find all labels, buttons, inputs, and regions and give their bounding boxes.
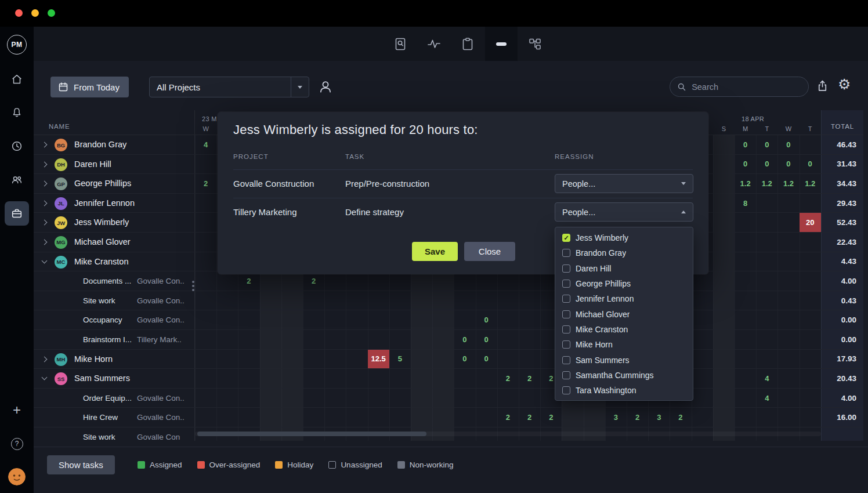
sidebar-item-help[interactable]: ? xyxy=(5,432,29,456)
allocation-cell[interactable]: 1.2 xyxy=(735,174,756,193)
chevron-right-icon[interactable] xyxy=(42,142,48,148)
chevron-down-icon[interactable] xyxy=(42,375,48,380)
dropdown-option[interactable]: Daren Hill xyxy=(555,261,693,276)
dropdown-option[interactable]: Jennifer Lennon xyxy=(555,291,693,306)
allocation-cell[interactable]: 8 xyxy=(735,194,756,213)
chevron-right-icon[interactable] xyxy=(42,181,48,187)
checkbox-icon[interactable] xyxy=(562,340,570,349)
nav-notes[interactable] xyxy=(451,27,484,61)
dropdown-option[interactable]: ✓Jess Wimberly xyxy=(555,230,693,245)
checkbox-icon[interactable] xyxy=(562,249,570,257)
checkbox-icon[interactable] xyxy=(562,386,570,394)
checkbox-icon[interactable] xyxy=(562,295,570,303)
reassign-select-2[interactable]: People... xyxy=(555,202,693,222)
dropdown-option[interactable]: Michael Glover xyxy=(555,306,693,321)
allocation-cell[interactable]: 0 xyxy=(756,155,777,174)
dropdown-option[interactable]: Sam Summers xyxy=(555,352,693,367)
export-button[interactable] xyxy=(816,79,829,92)
chevron-right-icon[interactable] xyxy=(42,161,48,167)
allocation-cell[interactable]: 0 xyxy=(800,155,821,174)
close-button[interactable] xyxy=(15,9,23,17)
scrollbar-thumb[interactable] xyxy=(197,432,426,436)
sidebar-item-projects[interactable] xyxy=(5,201,29,226)
allocation-cell[interactable]: 0 xyxy=(454,330,475,349)
sidebar-item-home[interactable] xyxy=(5,67,29,92)
row-name-cell[interactable]: Order Equip...Govalle Con.. xyxy=(34,389,195,408)
app-logo[interactable]: PM xyxy=(7,35,27,55)
dropdown-option[interactable]: George Phillips xyxy=(555,276,693,291)
checkbox-icon[interactable] xyxy=(562,264,570,273)
checkbox-icon[interactable] xyxy=(562,356,570,364)
row-name-cell[interactable]: JLJennifer Lennon xyxy=(34,194,195,213)
allocation-cell[interactable]: 2 xyxy=(238,271,259,291)
row-name-cell[interactable]: Hire CrewGovalle Con.. xyxy=(34,408,195,427)
allocation-cell[interactable]: 5 xyxy=(389,350,411,369)
sidebar-item-add[interactable]: + xyxy=(5,398,29,422)
allocation-cell[interactable]: 2 xyxy=(195,174,216,193)
allocation-cell[interactable]: 1.2 xyxy=(800,174,821,193)
reassign-select-1[interactable]: People... xyxy=(555,174,693,193)
chevron-down-icon[interactable] xyxy=(42,258,48,263)
allocation-cell[interactable]: 2 xyxy=(497,408,519,427)
dropdown-option[interactable]: Mike Horn xyxy=(555,337,693,352)
allocation-cell[interactable]: 3 xyxy=(648,408,670,427)
from-today-button[interactable]: From Today xyxy=(50,77,129,97)
allocation-cell[interactable]: 4 xyxy=(756,369,777,388)
minimize-button[interactable] xyxy=(31,9,39,17)
horizontal-scrollbar[interactable] xyxy=(195,432,821,436)
allocation-cell[interactable]: 0 xyxy=(735,135,756,154)
row-name-cell[interactable]: Site workGovalle Con.. xyxy=(34,291,195,310)
row-name-cell[interactable]: JWJess Wimberly xyxy=(34,213,195,232)
allocation-cell[interactable]: 3 xyxy=(605,408,627,427)
over-assigned-cell[interactable]: 20 xyxy=(800,213,821,232)
sidebar-item-history[interactable] xyxy=(5,134,29,158)
allocation-cell[interactable]: 0 xyxy=(777,135,799,154)
chevron-right-icon[interactable] xyxy=(42,220,48,226)
row-name-cell[interactable]: MGMichael Glover xyxy=(34,233,195,252)
allocation-cell[interactable]: 2 xyxy=(519,408,540,427)
allocation-cell[interactable]: 0 xyxy=(735,155,756,174)
checkbox-icon[interactable] xyxy=(562,325,570,334)
allocation-cell[interactable]: 0 xyxy=(756,135,777,154)
row-name-cell[interactable]: DHDaren Hill xyxy=(34,155,195,174)
over-assigned-cell[interactable]: 12.5 xyxy=(368,350,389,369)
row-name-cell[interactable]: OccupancyGovalle Con.. xyxy=(34,310,195,329)
checkbox-icon[interactable] xyxy=(562,310,570,318)
row-name-cell[interactable]: Brainstorm I...Tillery Mark.. xyxy=(34,330,195,349)
allocation-cell[interactable]: 1.2 xyxy=(756,174,777,193)
allocation-cell[interactable]: 2 xyxy=(497,369,519,388)
allocation-cell[interactable]: 2 xyxy=(627,408,648,427)
modal-close-button[interactable]: Close xyxy=(464,242,515,261)
chevron-right-icon[interactable] xyxy=(42,356,48,362)
sidebar-item-notifications[interactable] xyxy=(5,100,29,125)
project-filter-dropdown[interactable]: All Projects xyxy=(149,77,309,97)
chevron-right-icon[interactable] xyxy=(42,200,48,206)
dropdown-option[interactable]: Tara Washington xyxy=(555,383,693,398)
user-avatar[interactable] xyxy=(8,468,26,485)
row-name-cell[interactable]: Documents ...Govalle Con.. xyxy=(34,271,195,291)
settings-button[interactable]: ⚙ xyxy=(838,77,851,92)
allocation-cell[interactable]: 0 xyxy=(476,330,497,349)
dropdown-option[interactable]: Samantha Cummings xyxy=(555,368,693,383)
allocation-cell[interactable]: 0 xyxy=(777,155,799,174)
people-filter-button[interactable] xyxy=(317,78,336,96)
allocation-cell[interactable]: 4 xyxy=(195,135,216,154)
nav-workload[interactable] xyxy=(485,27,518,61)
row-name-cell[interactable]: MHMike Horn xyxy=(34,350,195,369)
allocation-cell[interactable]: 0 xyxy=(454,350,475,369)
chevron-right-icon[interactable] xyxy=(42,240,48,245)
checkbox-checked-icon[interactable]: ✓ xyxy=(562,234,570,242)
allocation-cell[interactable]: 2 xyxy=(519,369,540,388)
dropdown-option[interactable]: Brandon Gray xyxy=(555,245,693,260)
sidebar-item-team[interactable] xyxy=(5,168,29,192)
allocation-cell[interactable]: 0 xyxy=(476,310,497,329)
row-name-cell[interactable]: GPGeorge Phillips xyxy=(34,174,195,193)
nav-workflow[interactable] xyxy=(519,27,551,61)
panel-splitter-handle[interactable] xyxy=(192,281,194,283)
row-name-cell[interactable]: SSSam Summers xyxy=(34,369,195,388)
allocation-cell[interactable]: 2 xyxy=(303,271,324,291)
row-name-cell[interactable]: MCMike Cranston xyxy=(34,252,195,271)
search-box[interactable] xyxy=(670,77,809,97)
allocation-cell[interactable]: 4 xyxy=(756,389,777,408)
row-name-cell[interactable]: BGBrandon Gray xyxy=(34,135,195,154)
